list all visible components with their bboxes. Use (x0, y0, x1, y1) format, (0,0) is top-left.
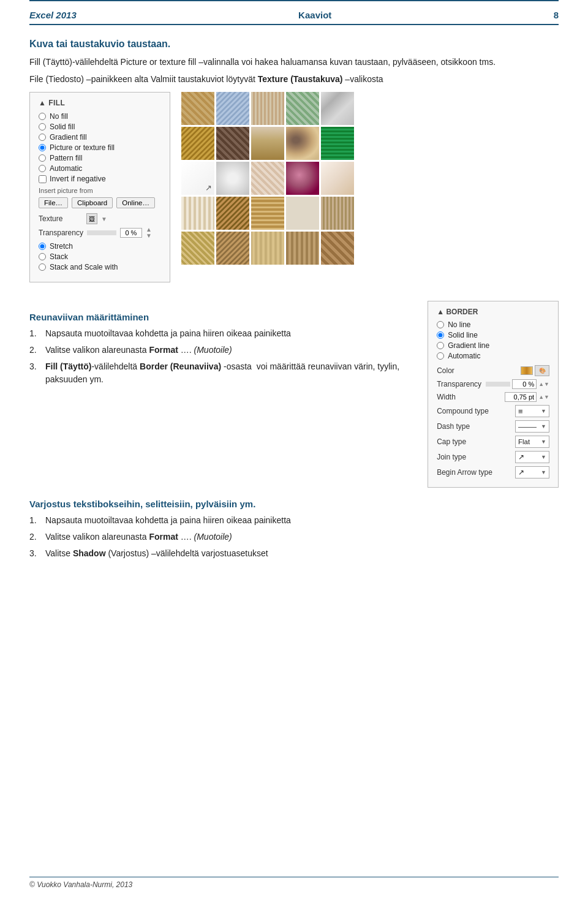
section3-step-2: 2. Valitse valikon alareunasta Format ….… (29, 531, 559, 544)
texture-12[interactable] (216, 162, 249, 195)
texture-16[interactable] (181, 197, 214, 230)
border-transparency-input[interactable] (512, 379, 537, 389)
section1-para1: Fill (Täyttö)-välilehdeltä Picture or te… (29, 56, 559, 69)
fill-radio-gradient[interactable] (39, 134, 46, 141)
border-begin-arrow-dropdown[interactable]: ↗ ▼ (515, 466, 549, 478)
fill-radio-stack-scale[interactable] (39, 263, 46, 271)
fill-option-solid[interactable]: Solid fill (39, 123, 161, 131)
fill-radio-stack[interactable] (39, 253, 46, 260)
header-chapter: Kaaviot (298, 10, 331, 20)
texture-10[interactable] (321, 127, 354, 160)
texture-15[interactable] (321, 162, 354, 195)
border-option-gradient[interactable]: Gradient line (437, 341, 549, 350)
fill-texture-icon[interactable]: 🖼 (86, 213, 97, 224)
fill-option-picture[interactable]: Picture or texture fill (39, 143, 161, 152)
header-page: 8 (554, 10, 559, 20)
fill-radio-picture[interactable] (39, 144, 46, 151)
texture-5[interactable] (321, 92, 354, 125)
fill-file-button[interactable]: File… (39, 197, 68, 208)
header-title: Excel 2013 (29, 10, 77, 20)
texture-22[interactable] (216, 232, 249, 265)
texture-19[interactable] (286, 197, 319, 230)
border-join-label: Join type (437, 453, 486, 461)
fill-invert-row[interactable]: Invert if negative (39, 175, 161, 183)
texture-1[interactable] (181, 92, 214, 125)
texture-25[interactable] (321, 232, 354, 265)
border-color-swatch[interactable] (521, 366, 533, 375)
border-dash-dropdown[interactable]: ——— ▼ (515, 420, 549, 433)
fill-panel-title: ▲ FILL (39, 99, 161, 107)
texture-21[interactable] (181, 232, 214, 265)
fill-option-gradient[interactable]: Gradient fill (39, 133, 161, 142)
fill-insert-label: Insert picture from (39, 187, 161, 194)
texture-grid[interactable] (181, 92, 354, 265)
fill-option-pattern[interactable]: Pattern fill (39, 154, 161, 162)
border-radio-automatic[interactable] (437, 352, 444, 360)
section3-step-1: 1. Napsauta muotoiltavaa kohdetta ja pai… (29, 514, 559, 528)
footer-text: © Vuokko Vanhala-Nurmi, 2013 (29, 880, 132, 889)
border-transparency-slider[interactable] (486, 382, 510, 387)
border-color-icon[interactable]: 🎨 (535, 365, 549, 376)
section1-para2: File (Tiedosto) –painikkeen alta Valmiit… (29, 73, 559, 86)
fill-option-stack-scale[interactable]: Stack and Scale with (39, 263, 161, 271)
fill-radio-no-fill[interactable] (39, 113, 46, 120)
fill-stack-scale-label: Stack and Scale with (50, 263, 118, 271)
fill-radio-stretch[interactable] (39, 243, 46, 250)
border-radio-gradient[interactable] (437, 342, 444, 349)
texture-20[interactable] (321, 197, 354, 230)
texture-18[interactable] (251, 197, 284, 230)
border-join-value: ↗ (518, 453, 524, 461)
border-begin-arrow-label: Begin Arrow type (437, 468, 492, 477)
texture-11[interactable] (181, 162, 214, 195)
fill-transparency-input[interactable] (120, 228, 142, 238)
border-compound-row: Compound type ≡ ▼ (437, 405, 549, 417)
texture-3[interactable] (251, 92, 284, 125)
border-panel-title: ▲ BORDER (437, 308, 549, 316)
texture-7[interactable] (216, 127, 249, 160)
fill-radio-solid[interactable] (39, 123, 46, 130)
fill-stretch-label: Stretch (50, 242, 73, 251)
texture-13[interactable] (251, 162, 284, 195)
fill-transparency-slider[interactable] (87, 230, 116, 235)
section3-heading: Varjostus tekstibokseihin, selitteisiin,… (29, 499, 559, 509)
texture-9[interactable] (286, 127, 319, 160)
border-panel-wrapper: ▲ BORDER No line Solid line Gradient lin… (428, 301, 559, 488)
border-cap-dropdown[interactable]: Flat ▼ (515, 436, 549, 448)
fill-texture-arrow[interactable]: ▼ (101, 216, 107, 222)
fill-option-automatic[interactable]: Automatic (39, 164, 161, 173)
border-option-no-line[interactable]: No line (437, 320, 549, 329)
fill-transparency-label: Transparency (39, 229, 83, 237)
section2-step-3: 3. Fill (Täyttö)-välilehdeltä Border (Re… (29, 360, 413, 387)
fill-invert-checkbox[interactable] (39, 175, 47, 183)
texture-17[interactable] (216, 197, 249, 230)
fill-texture-label: Texture (39, 214, 83, 223)
texture-8[interactable] (251, 127, 284, 160)
border-radio-no-line[interactable] (437, 321, 444, 328)
fill-option-stretch[interactable]: Stretch (39, 242, 161, 251)
fill-radio-pattern[interactable] (39, 154, 46, 162)
border-content: Reunaviivan määrittäminen 1. Napsauta mu… (29, 301, 413, 393)
texture-4[interactable] (286, 92, 319, 125)
border-option-solid[interactable]: Solid line (437, 331, 549, 339)
border-dash-row: Dash type ——— ▼ (437, 420, 549, 433)
border-width-row: Width ▲▼ (437, 392, 549, 402)
border-join-dropdown[interactable]: ↗ ▼ (515, 451, 549, 463)
fill-buttons: File… Clipboard Online… (39, 197, 161, 208)
section2-steps: 1. Napsauta muotoiltavaa kohdetta ja pai… (29, 327, 413, 387)
texture-23[interactable] (251, 232, 284, 265)
border-section: Reunaviivan määrittäminen 1. Napsauta mu… (29, 301, 559, 488)
fill-texture-row: Texture 🖼 ▼ (39, 213, 161, 224)
fill-option-stack[interactable]: Stack (39, 252, 161, 261)
texture-14[interactable] (286, 162, 319, 195)
fill-clipboard-button[interactable]: Clipboard (72, 197, 113, 208)
border-width-input[interactable] (505, 392, 537, 402)
border-compound-dropdown[interactable]: ≡ ▼ (515, 405, 549, 417)
fill-online-button[interactable]: Online… (116, 197, 155, 208)
texture-24[interactable] (286, 232, 319, 265)
border-radio-solid[interactable] (437, 331, 444, 339)
border-option-automatic[interactable]: Automatic (437, 352, 549, 360)
texture-6[interactable] (181, 127, 214, 160)
fill-radio-automatic[interactable] (39, 165, 46, 172)
fill-option-no-fill[interactable]: No fill (39, 112, 161, 121)
texture-2[interactable] (216, 92, 249, 125)
